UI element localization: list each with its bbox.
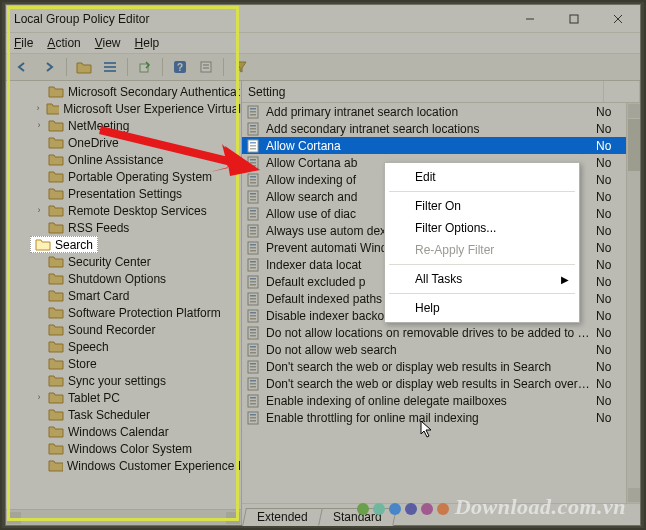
context-menu-item[interactable]: Filter Options... xyxy=(387,217,577,239)
tree-item[interactable]: Software Protection Platform xyxy=(6,304,241,321)
tree-item[interactable]: ›NetMeeting xyxy=(6,117,241,134)
tree-item-label: Security Center xyxy=(68,255,151,269)
context-menu-item[interactable]: Filter On xyxy=(387,195,577,217)
scroll-down-icon[interactable] xyxy=(628,488,640,502)
menu-help[interactable]: Help xyxy=(135,36,160,50)
policy-row-text: Don't search the web or display web resu… xyxy=(266,377,590,391)
svg-rect-47 xyxy=(250,247,256,249)
policy-setting-icon xyxy=(246,292,262,306)
tree-item[interactable]: ›Tablet PC xyxy=(6,389,241,406)
policy-row[interactable]: Don't search the web or display web resu… xyxy=(242,358,626,375)
tab-standard[interactable]: Standard xyxy=(318,508,397,526)
tree-item[interactable]: Windows Customer Experience I xyxy=(6,457,241,474)
back-icon[interactable] xyxy=(12,56,34,78)
policy-row[interactable]: Add primary intranet search locationNo xyxy=(242,103,626,120)
tree-item[interactable]: Windows Calendar xyxy=(6,423,241,440)
policy-setting-icon xyxy=(246,326,262,340)
svg-rect-44 xyxy=(250,233,256,235)
window-title: Local Group Policy Editor xyxy=(14,12,508,26)
tree-item-label: Store xyxy=(68,357,97,371)
filter-icon[interactable] xyxy=(230,56,252,78)
tree-item[interactable]: Smart Card xyxy=(6,287,241,304)
policy-row-state: No xyxy=(594,309,626,323)
menu-action[interactable]: Action xyxy=(47,36,80,50)
svg-rect-22 xyxy=(250,142,256,144)
expander-icon[interactable]: › xyxy=(34,104,42,113)
policy-row[interactable]: Do not allow locations on removable driv… xyxy=(242,324,626,341)
menu-view[interactable]: View xyxy=(95,36,121,50)
context-menu-item[interactable]: Help xyxy=(387,297,577,319)
svg-rect-75 xyxy=(250,366,256,368)
policy-row-state: No xyxy=(594,156,626,170)
policy-row[interactable]: Enable indexing of online delegate mailb… xyxy=(242,392,626,409)
export-icon[interactable] xyxy=(134,56,156,78)
svg-rect-54 xyxy=(250,278,256,280)
tree-item[interactable]: RSS Feeds xyxy=(6,219,241,236)
policy-row-state: No xyxy=(594,343,626,357)
policy-row[interactable]: Do not allow web searchNo xyxy=(242,341,626,358)
scroll-up-icon[interactable] xyxy=(628,104,640,118)
column-setting[interactable]: Setting xyxy=(242,81,604,102)
minimize-button[interactable] xyxy=(508,5,552,32)
help-icon[interactable]: ? xyxy=(169,56,191,78)
svg-rect-72 xyxy=(250,352,256,354)
tree-item[interactable]: Speech xyxy=(6,338,241,355)
svg-rect-40 xyxy=(250,216,256,218)
tree-item[interactable]: Presentation Settings xyxy=(6,185,241,202)
svg-rect-19 xyxy=(250,128,256,130)
svg-rect-68 xyxy=(250,335,256,337)
list-view-icon[interactable] xyxy=(99,56,121,78)
expander-icon[interactable]: › xyxy=(34,206,44,215)
tree-item[interactable]: Search xyxy=(6,236,241,253)
tab-extended[interactable]: Extended xyxy=(242,508,323,526)
tree-item[interactable]: Task Scheduler xyxy=(6,406,241,423)
policy-row[interactable]: Don't search the web or display web resu… xyxy=(242,375,626,392)
menubar: File Action View Help xyxy=(6,33,640,53)
svg-rect-83 xyxy=(250,400,256,402)
expander-icon[interactable]: › xyxy=(34,393,44,402)
policy-row[interactable]: Enable throttling for online mail indexi… xyxy=(242,409,626,426)
svg-rect-55 xyxy=(250,281,256,283)
properties-icon[interactable] xyxy=(195,56,217,78)
policy-row[interactable]: Add secondary intranet search locationsN… xyxy=(242,120,626,137)
svg-rect-1 xyxy=(570,15,578,23)
policy-row[interactable]: Allow CortanaNo xyxy=(242,137,626,154)
svg-rect-64 xyxy=(250,318,256,320)
policy-row-state: No xyxy=(594,207,626,221)
scroll-thumb[interactable] xyxy=(628,119,640,171)
tree-item[interactable]: Online Assistance xyxy=(6,151,241,168)
expander-icon[interactable]: › xyxy=(34,121,44,130)
tree-item[interactable]: Sound Recorder xyxy=(6,321,241,338)
tree-item[interactable]: Portable Operating System xyxy=(6,168,241,185)
tree-item[interactable]: Windows Color System xyxy=(6,440,241,457)
folder-icon[interactable] xyxy=(73,56,95,78)
tree-item[interactable]: Sync your settings xyxy=(6,372,241,389)
context-menu-item[interactable]: All Tasks▶ xyxy=(387,268,577,290)
column-state[interactable] xyxy=(604,81,640,102)
svg-rect-4 xyxy=(104,62,116,64)
maximize-button[interactable] xyxy=(552,5,596,32)
svg-rect-59 xyxy=(250,298,256,300)
tree-item[interactable]: Security Center xyxy=(6,253,241,270)
tree-hscrollbar[interactable] xyxy=(6,509,241,525)
tree-item[interactable]: OneDrive xyxy=(6,134,241,151)
svg-rect-35 xyxy=(250,196,256,198)
tree-item-label: Microsoft Secondary Authenticat xyxy=(68,85,240,99)
svg-rect-16 xyxy=(250,114,256,116)
tree-item[interactable]: ›Microsoft User Experience Virtual xyxy=(6,100,241,117)
close-button[interactable] xyxy=(596,5,640,32)
tree-item[interactable]: Microsoft Secondary Authenticat xyxy=(6,83,241,100)
policy-row-state: No xyxy=(594,377,626,391)
menu-file[interactable]: File xyxy=(14,36,33,50)
list-vscrollbar[interactable] xyxy=(626,103,640,503)
forward-icon[interactable] xyxy=(38,56,60,78)
tree-item[interactable]: ›Remote Desktop Services xyxy=(6,202,241,219)
tree-item[interactable]: Shutdown Options xyxy=(6,270,241,287)
tree-item[interactable]: Store xyxy=(6,355,241,372)
svg-rect-76 xyxy=(250,369,256,371)
policy-row-text: Enable throttling for online mail indexi… xyxy=(266,411,590,425)
submenu-indicator-icon: ▶ xyxy=(561,274,569,285)
svg-rect-39 xyxy=(250,213,256,215)
context-menu-item[interactable]: Edit xyxy=(387,166,577,188)
context-menu-item-label: Help xyxy=(415,301,440,315)
